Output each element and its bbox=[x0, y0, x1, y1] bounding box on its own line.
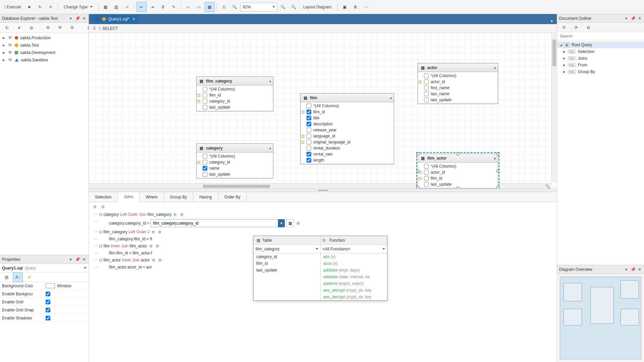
add-icon[interactable]: ⊕ bbox=[172, 212, 178, 217]
intellisense-column-item[interactable]: film_id bbox=[254, 260, 320, 267]
db-tree-item[interactable]: ▶Ψsakila.Test bbox=[0, 42, 89, 49]
outline-search-input[interactable] bbox=[557, 32, 644, 40]
db-tree-item[interactable]: ▶Ψsakila.Development bbox=[0, 49, 89, 56]
resize-handle[interactable] bbox=[496, 170, 499, 172]
panel-pin-icon[interactable]: 📌 bbox=[631, 267, 635, 272]
table-header[interactable]: ▦film▴ bbox=[301, 94, 394, 102]
column-row[interactable]: ⚿category_id bbox=[197, 98, 273, 104]
properties-doc-row[interactable]: Query1.sql Query bbox=[0, 264, 89, 273]
tool-icon[interactable]: 🗎 bbox=[351, 2, 361, 12]
property-value[interactable] bbox=[44, 308, 89, 312]
resize-handle[interactable] bbox=[417, 170, 419, 172]
resize-handle[interactable] bbox=[496, 187, 499, 189]
column-checkbox[interactable] bbox=[424, 73, 429, 78]
join-line[interactable]: ⊟ film_category Left Outer J ⊕ ⊖ bbox=[92, 228, 553, 236]
section-tab-having[interactable]: Having bbox=[193, 192, 218, 202]
column-row[interactable]: ⚿actor_id bbox=[418, 79, 498, 85]
diagram-table-film_category[interactable]: ▦film_category▴*(All Columns)⚿film_id⚿ca… bbox=[196, 76, 273, 111]
column-row[interactable]: ⚿film_id bbox=[418, 175, 498, 181]
intellisense-function-item[interactable]: aes_decrypt (crypt_str, key bbox=[321, 294, 387, 300]
diagram-canvas[interactable]: 🔍 ▦film_category▴*(All Columns)⚿film_id⚿… bbox=[89, 33, 557, 189]
diagram-table-film_actor[interactable]: ▦film_actor▴*(All Columns)⚿actor_id⚿film… bbox=[418, 154, 498, 188]
delete-icon[interactable]: ✕ bbox=[14, 23, 24, 33]
column-row[interactable]: last_update bbox=[418, 97, 498, 103]
outline-item[interactable]: ▶SQLSelection bbox=[557, 48, 644, 55]
sync-icon[interactable]: ⟳ bbox=[571, 22, 581, 33]
stop-button[interactable]: ■ bbox=[24, 2, 34, 12]
collapse-icon[interactable]: ▴ bbox=[269, 79, 271, 83]
expand-icon[interactable]: ▶ bbox=[563, 70, 566, 73]
intellisense-function-item[interactable]: addtime (expr1, expr2) bbox=[321, 280, 387, 287]
remove-icon[interactable]: ⊖ bbox=[100, 204, 106, 209]
tab-query1[interactable]: ▦ Query1.sql* ✕ bbox=[91, 15, 139, 23]
tool-icon[interactable]: ⇵ bbox=[158, 2, 168, 12]
column-row[interactable]: *(All Columns) bbox=[418, 73, 498, 79]
refresh-icon[interactable]: ↻ bbox=[559, 22, 569, 33]
tool-icon[interactable]: Ψ bbox=[43, 23, 53, 33]
property-row[interactable]: Enable Grid bbox=[0, 298, 89, 306]
tool-icon[interactable]: ⇤ bbox=[137, 2, 147, 12]
outline-search[interactable] bbox=[557, 32, 644, 40]
resize-handle[interactable] bbox=[496, 153, 499, 155]
intellisense-function-item[interactable]: abs (x) bbox=[321, 253, 387, 260]
column-row[interactable]: length bbox=[301, 157, 394, 163]
column-checkbox[interactable] bbox=[424, 85, 429, 90]
column-row[interactable]: ⚿film_id bbox=[301, 109, 394, 115]
copy-icon[interactable]: ⧉ bbox=[583, 22, 593, 33]
intellisense-func-select[interactable]: <All Functions> bbox=[321, 245, 387, 253]
overview-canvas[interactable] bbox=[560, 277, 641, 359]
column-checkbox[interactable] bbox=[307, 122, 311, 126]
execute-button[interactable]: ! Execute bbox=[2, 2, 23, 12]
scrollbar-thumb[interactable] bbox=[203, 185, 270, 188]
column-checkbox[interactable] bbox=[424, 79, 429, 84]
expand-icon[interactable]: ▶ bbox=[3, 44, 5, 47]
property-value[interactable]: Window bbox=[44, 284, 89, 288]
intellisense-function-item[interactable]: acos (x) bbox=[321, 260, 387, 267]
collapse-icon[interactable]: ▴ bbox=[494, 156, 496, 160]
property-row[interactable]: Enable Backgrou bbox=[0, 290, 89, 298]
tool-icon[interactable]: ⎙ bbox=[219, 2, 229, 12]
dropdown-icon[interactable]: ▾ bbox=[278, 219, 285, 227]
grid-toggle[interactable]: ▦ bbox=[205, 2, 215, 12]
zoom-in-icon[interactable]: 🔍 bbox=[278, 2, 288, 12]
add-icon[interactable]: ⊕ bbox=[151, 257, 156, 263]
tool-icon[interactable]: ▥ bbox=[111, 2, 121, 12]
intellisense-function-item[interactable]: adddate (expr, days) bbox=[321, 267, 387, 274]
remove-icon[interactable]: ⊖ bbox=[155, 243, 160, 249]
column-checkbox[interactable] bbox=[424, 176, 429, 181]
column-checkbox[interactable] bbox=[307, 146, 311, 150]
table-header[interactable]: ▦actor▴ bbox=[418, 63, 498, 72]
column-row[interactable]: first_name bbox=[418, 85, 498, 91]
dropdown-icon[interactable] bbox=[84, 267, 87, 269]
column-row[interactable]: name bbox=[197, 165, 273, 171]
column-checkbox[interactable] bbox=[307, 104, 311, 108]
layout-diagram-button[interactable]: Layout Diagram bbox=[300, 2, 335, 12]
section-tab-order-by[interactable]: Order By bbox=[218, 192, 247, 202]
panel-dropdown-icon[interactable]: ▾ bbox=[68, 16, 73, 21]
tab-overflow-icon[interactable]: ▾ bbox=[549, 19, 555, 23]
column-checkbox[interactable] bbox=[424, 170, 429, 175]
section-tab-group-by[interactable]: Group By bbox=[164, 192, 194, 202]
expand-icon[interactable]: ▶ bbox=[563, 57, 566, 60]
db-tree-item[interactable]: ▶Ψsakila.Sandbox bbox=[0, 56, 89, 64]
intellisense-function-item[interactable]: adddate (date, interval, ex bbox=[321, 274, 387, 280]
intellisense-function-item[interactable]: aes_decrypt (crypt_str, key bbox=[321, 287, 387, 294]
column-checkbox[interactable] bbox=[203, 93, 207, 98]
column-checkbox[interactable] bbox=[307, 158, 311, 163]
column-row[interactable]: ⚿film_id bbox=[197, 92, 273, 98]
intellisense-table-select[interactable]: film_category bbox=[254, 245, 320, 253]
panel-pin-icon[interactable]: 📌 bbox=[75, 16, 80, 21]
column-checkbox[interactable] bbox=[307, 140, 311, 144]
property-row[interactable]: Enable Grid Snap bbox=[0, 306, 89, 314]
column-row[interactable]: *(All Columns) bbox=[418, 163, 498, 169]
add-icon[interactable]: ⊕ bbox=[92, 204, 98, 209]
diagram-table-category[interactable]: ▦category▴*(All Columns)⚿category_idname… bbox=[196, 143, 273, 178]
panel-close-icon[interactable]: ✕ bbox=[82, 16, 87, 21]
zoom-combo[interactable]: 92% bbox=[240, 3, 277, 11]
column-checkbox[interactable] bbox=[307, 134, 311, 138]
column-checkbox[interactable] bbox=[203, 160, 207, 165]
remove-icon[interactable]: ⊖ bbox=[179, 212, 184, 217]
property-value[interactable] bbox=[44, 316, 89, 320]
copy-icon[interactable]: ⧉ bbox=[26, 23, 36, 33]
column-checkbox[interactable] bbox=[307, 152, 311, 157]
